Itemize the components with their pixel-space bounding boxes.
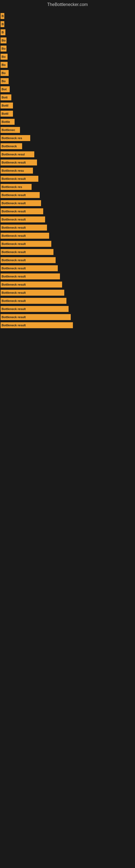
bar-row: Bo bbox=[0, 44, 135, 53]
bar-row: Bottleneck result bbox=[0, 305, 135, 313]
bar-row: Bottleneck result bbox=[0, 223, 135, 231]
result-bar: Bottleneck result bbox=[1, 322, 73, 328]
result-bar: Bottle bbox=[1, 119, 14, 125]
result-bar: Bottleneck result bbox=[1, 241, 51, 247]
bar-row: Bottleneck result bbox=[0, 264, 135, 272]
result-bar: Bottleneck result bbox=[1, 314, 71, 320]
result-bar: Bottleneck result bbox=[1, 282, 62, 287]
bar-row: Bottleneck result bbox=[0, 280, 135, 289]
bar-row: Bottleneck resul bbox=[0, 150, 135, 158]
result-bar: Bottleneck result bbox=[1, 265, 58, 271]
result-bar: Bo bbox=[1, 37, 6, 43]
bar-row: Bo bbox=[0, 69, 135, 77]
bar-row: Bo bbox=[0, 61, 135, 69]
result-bar: Bo bbox=[1, 78, 9, 84]
bar-row: B bbox=[0, 20, 135, 28]
bar-row: Bottleneck result bbox=[0, 207, 135, 215]
result-bar: Bottlenec bbox=[1, 127, 20, 133]
bar-row: Bottleneck result bbox=[0, 240, 135, 248]
result-bar: B bbox=[1, 29, 5, 35]
bar-row: B bbox=[0, 12, 135, 20]
bar-row: Bottleneck res bbox=[0, 183, 135, 191]
bar-row: Bottle bbox=[0, 118, 135, 126]
result-bar: Bottleneck res bbox=[1, 135, 30, 141]
bar-row: Bottl bbox=[0, 110, 135, 118]
result-bar: Bottl bbox=[1, 111, 13, 117]
result-bar: Bottleneck result bbox=[1, 216, 45, 222]
site-title-text: TheBottlenecker.com bbox=[0, 0, 135, 9]
bar-row: Bot bbox=[0, 85, 135, 93]
result-bar: Bottleneck bbox=[1, 143, 22, 149]
bar-row: Bottlenec bbox=[0, 126, 135, 134]
bar-row: Bottleneck result bbox=[0, 175, 135, 183]
result-bar: Bott bbox=[1, 94, 11, 100]
result-bar: Bottleneck result bbox=[1, 176, 38, 182]
result-bar: Bottleneck result bbox=[1, 298, 66, 304]
result-bar: Bo bbox=[1, 45, 6, 52]
bar-row: Bottleneck result bbox=[0, 313, 135, 321]
result-bar: Bottleneck result bbox=[1, 249, 53, 255]
bar-row: Bottleneck result bbox=[0, 215, 135, 223]
result-bar: Bottleneck res bbox=[1, 184, 32, 190]
bar-row: Bottleneck bbox=[0, 142, 135, 150]
bar-row: Bottleneck result bbox=[0, 256, 135, 264]
result-bar: Bottleneck resu bbox=[1, 167, 33, 174]
bar-row: Bottleneck result bbox=[0, 289, 135, 297]
bar-row: Bottl bbox=[0, 101, 135, 110]
bar-row: Bottleneck result bbox=[0, 158, 135, 166]
result-bar: Bottleneck result bbox=[1, 257, 56, 263]
result-bar: B bbox=[1, 21, 4, 27]
bar-row: Bottleneck result bbox=[0, 321, 135, 329]
result-bar: Bottl bbox=[1, 102, 13, 108]
result-bar: Bottleneck result bbox=[1, 208, 43, 214]
bar-row: Bo bbox=[0, 77, 135, 85]
result-bar: Bottleneck result bbox=[1, 306, 69, 312]
bar-row: Bottleneck resu bbox=[0, 166, 135, 175]
result-bar: Bottleneck result bbox=[1, 192, 40, 198]
bar-row: Bottleneck result bbox=[0, 199, 135, 207]
bar-row: B bbox=[0, 28, 135, 36]
result-bar: Bottleneck result bbox=[1, 200, 41, 206]
result-bar: Bottleneck resul bbox=[1, 151, 34, 157]
result-bar: Bot bbox=[1, 86, 10, 92]
bar-row: Bottleneck result bbox=[0, 248, 135, 256]
bar-row: Bottleneck result bbox=[0, 191, 135, 199]
result-bar: Bottleneck result bbox=[1, 233, 49, 239]
result-bar: Bo bbox=[1, 62, 8, 68]
bar-row: Bo bbox=[0, 36, 135, 44]
result-bar: Bottleneck result bbox=[1, 159, 37, 165]
result-bar: Bo bbox=[1, 54, 8, 60]
bar-row: Bott bbox=[0, 93, 135, 101]
bar-row: Bo bbox=[0, 53, 135, 61]
result-bar: Bo bbox=[1, 70, 9, 76]
bar-row: Bottleneck res bbox=[0, 134, 135, 142]
bar-row: Bottleneck result bbox=[0, 272, 135, 280]
bars-container: BBBBoBoBoBoBoBoBotBottBottlBottlBottleBo… bbox=[0, 9, 135, 332]
bar-row: Bottleneck result bbox=[0, 297, 135, 305]
result-bar: Bottleneck result bbox=[1, 273, 60, 279]
bar-row: Bottleneck result bbox=[0, 231, 135, 240]
result-bar: B bbox=[1, 13, 4, 19]
result-bar: Bottleneck result bbox=[1, 290, 64, 296]
result-bar: Bottleneck result bbox=[1, 225, 47, 230]
